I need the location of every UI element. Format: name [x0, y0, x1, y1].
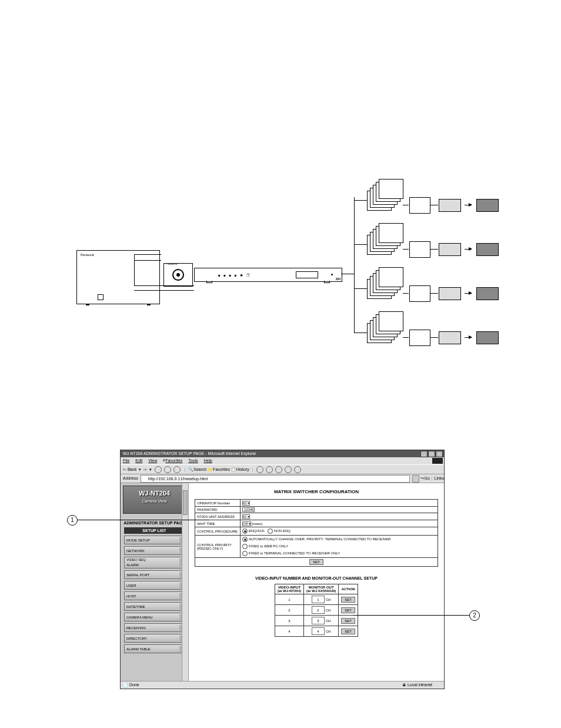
- radio-non-enq[interactable]: [268, 528, 273, 534]
- table-row: 2 CH SET: [275, 605, 358, 616]
- monitor-out-input-4[interactable]: [312, 627, 325, 635]
- config-form: OPERATOR Number 01 ▾ PASSWORD 12345 NT20…: [195, 499, 438, 567]
- close-button[interactable]: ×: [436, 451, 443, 457]
- search-button[interactable]: 🔍Search: [188, 467, 206, 471]
- col-action: ACTION: [339, 584, 358, 594]
- col-monitor-out: MONITOR-OUT (at WJ-SX550A/B): [304, 584, 339, 594]
- sidebar-item-camera-menu[interactable]: CAMERA MENU: [124, 613, 185, 621]
- menu-view[interactable]: View: [148, 458, 157, 463]
- home-icon[interactable]: [173, 466, 181, 473]
- logo-panel[interactable]: WJ-NT204 Camera View: [123, 486, 186, 514]
- toolbar: ⇦ Back ▾ ⇨ ▾ | 🔍Search ⭐Favorites 📋Histo…: [121, 464, 444, 474]
- callout-2: 2: [469, 610, 480, 621]
- radio-priority-terminal[interactable]: [242, 551, 248, 556]
- status-bar: 📄 Done 🖥 Local intranet: [121, 681, 444, 689]
- rack-unit: ■ ■ ■ ■ ✱ ❐ 204: [194, 268, 342, 282]
- monitor-out-input-2[interactable]: [312, 606, 325, 614]
- zone-indicator: 🖥 Local intranet: [402, 682, 432, 689]
- table-row: 4 CH SET: [275, 626, 358, 637]
- status-text: 📄 Done: [123, 683, 139, 687]
- sidebar-item-mode-setup[interactable]: MODE SETUP: [124, 536, 185, 544]
- history-button[interactable]: 📋History: [231, 467, 249, 471]
- password-label: PASSWORD: [195, 507, 241, 513]
- address-bar: Address http://192.168.0.11/hwsetup.html…: [121, 474, 444, 483]
- rack-model-number: 204: [336, 277, 340, 281]
- maximize-button[interactable]: □: [428, 451, 435, 457]
- operator-number-label: OPERATOR Number: [195, 500, 241, 507]
- sidebar-item-directory[interactable]: DIRECTORY: [124, 634, 185, 643]
- radio-priority-web[interactable]: [242, 544, 248, 549]
- channel-setup-title: VIDEO-INPUT NUMBER AND MONITOR-OUT CHANN…: [195, 576, 438, 580]
- sidebar-item-serial-port[interactable]: SERIAL PORT: [124, 570, 185, 579]
- links-label[interactable]: Links: [435, 474, 444, 483]
- admin-header: ADMINISTRATOR SETUP PAGE: [123, 521, 186, 525]
- sidebar-scrollbar[interactable]: [182, 483, 188, 684]
- minimize-button[interactable]: _: [420, 451, 428, 457]
- wait-time-label: WAIT TIME: [195, 520, 241, 527]
- forward-button[interactable]: ⇨: [143, 467, 147, 471]
- unit-address-label: NT204 UNIT ADDRESS: [195, 513, 241, 520]
- monitor-out-input-1[interactable]: [312, 596, 325, 603]
- radio-priority-auto[interactable]: [242, 537, 248, 542]
- edit-icon[interactable]: [275, 466, 282, 473]
- favorites-button[interactable]: ⭐Favorites: [208, 467, 230, 471]
- window-title: WJ-NT204 ADMINISTRATOR SETUP PAGE - Micr…: [123, 451, 256, 456]
- address-label: Address: [123, 474, 138, 483]
- set-button-row3[interactable]: SET: [341, 618, 355, 624]
- wait-time-select[interactable]: Off ▾: [242, 521, 251, 526]
- set-button-row4[interactable]: SET: [341, 629, 355, 634]
- left-chassis: Panasonic: [76, 250, 160, 304]
- callout-2-line: [353, 615, 469, 616]
- equipment-diagram: Panasonic Panasonic ■ ■ ■ ■ ✱ ❐ 204: [76, 171, 512, 353]
- sidebar-item-network[interactable]: NETWORK: [124, 546, 185, 555]
- menu-bar: File Edit View FFavorites Tools Help: [121, 457, 444, 464]
- control-priority-label: CONTROL PRIORITY (RS232C ONLY): [195, 536, 241, 558]
- go-button[interactable]: ↪Go: [420, 474, 429, 483]
- sidebar-item-video-seq-alarm[interactable]: VIDEO SEQ ALARM: [124, 557, 185, 569]
- col-video-input: VIDEO-INPUT (at WJ-NT204): [275, 584, 303, 594]
- menu-favorites[interactable]: FFavorites: [163, 458, 182, 463]
- logo-subtitle: Camera View: [123, 499, 185, 503]
- menu-edit[interactable]: Edit: [135, 458, 142, 463]
- sidebar-item-datetime[interactable]: DATE/TIME: [124, 602, 185, 611]
- page-title: MATRIX SWITCHER CONFIGURATION: [195, 489, 438, 494]
- setup-list-header: SETUP LIST: [124, 527, 185, 534]
- menu-help[interactable]: Help: [203, 458, 212, 463]
- menu-file[interactable]: File: [123, 458, 129, 463]
- channel-table: VIDEO-INPUT (at WJ-NT204) MONITOR-OUT (a…: [275, 584, 358, 637]
- unit-address-select[interactable]: 01 ▾: [242, 514, 250, 519]
- ie-logo-icon: [432, 458, 443, 464]
- callout-1: 1: [67, 515, 78, 526]
- logo-text: WJ-NT204: [123, 490, 185, 497]
- stop-icon[interactable]: [155, 466, 162, 473]
- sidebar-item-alarm-table[interactable]: ALARM TABLE: [124, 644, 185, 653]
- control-procedure-label: CONTROL PROCEDURE: [195, 527, 241, 536]
- set-button[interactable]: SET: [309, 559, 323, 565]
- url-dropdown[interactable]: [412, 475, 419, 483]
- sidebar-item-host[interactable]: HOST: [124, 591, 185, 600]
- table-row: 1 CH SET: [275, 594, 358, 605]
- set-button-row1[interactable]: SET: [341, 597, 355, 603]
- mail-icon[interactable]: [256, 466, 263, 473]
- radio-enq-ack[interactable]: [242, 528, 248, 534]
- sidebar-item-receiving[interactable]: RECEIVING: [124, 623, 185, 632]
- refresh-icon[interactable]: [164, 466, 171, 473]
- sidebar: WJ-NT204 Camera View ADMINISTRATOR SETUP…: [121, 483, 189, 684]
- operator-number-select[interactable]: 01 ▾: [242, 501, 250, 506]
- discuss-icon[interactable]: [285, 466, 292, 473]
- table-row: 3 CH SET: [275, 616, 358, 626]
- monitor-out-input-3[interactable]: [312, 617, 325, 624]
- main-panel: MATRIX SWITCHER CONFIGURATION OPERATOR N…: [189, 483, 444, 684]
- set-button-row2[interactable]: SET: [341, 607, 355, 613]
- wait-time-unit: [msec]: [252, 522, 262, 526]
- browser-window: WJ-NT204 ADMINISTRATOR SETUP PAGE - Micr…: [120, 450, 445, 689]
- controller-unit: Panasonic: [163, 263, 193, 287]
- back-button[interactable]: ⇦ Back: [123, 467, 137, 471]
- menu-tools[interactable]: Tools: [188, 458, 198, 463]
- print-icon[interactable]: [266, 466, 273, 473]
- messenger-icon[interactable]: [294, 466, 301, 473]
- sidebar-item-user[interactable]: USER: [124, 581, 185, 590]
- password-input[interactable]: 12345: [242, 507, 255, 512]
- window-titlebar: WJ-NT204 ADMINISTRATOR SETUP PAGE - Micr…: [121, 450, 444, 457]
- url-input[interactable]: http://192.168.0.11/hwsetup.html: [141, 475, 410, 483]
